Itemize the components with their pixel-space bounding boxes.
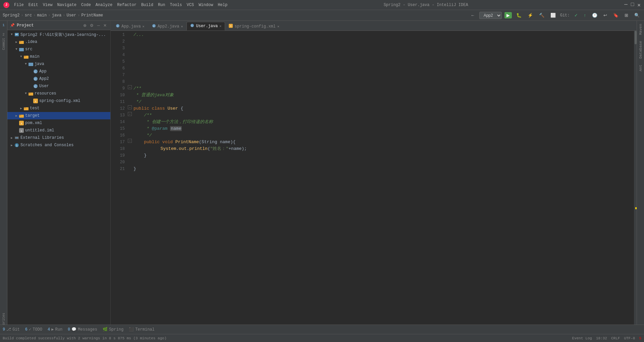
- menu-item-build[interactable]: Build: [141, 3, 153, 7]
- bottom-tool-git[interactable]: 9⎇Git: [3, 327, 20, 332]
- project-icon[interactable]: 1: [1, 22, 6, 28]
- tabs-bar: CApp.java✕CApp2.java✕CUser.java✕Xspring-…: [111, 21, 637, 31]
- tree-icon-target: [19, 113, 24, 118]
- git-push-button[interactable]: ↑: [582, 12, 588, 18]
- tree-item-app[interactable]: CApp: [7, 68, 110, 75]
- event-log[interactable]: Event Log: [572, 336, 592, 340]
- panel-gear-button[interactable]: ⚙: [89, 23, 95, 28]
- menu-item-run[interactable]: Run: [158, 3, 165, 7]
- project-tree[interactable]: ▼Spring2 F:\Git安装\java-learning-...▶.ide…: [7, 30, 110, 325]
- tab-user-java[interactable]: CUser.java✕: [186, 22, 225, 31]
- menu-item-window[interactable]: Window: [199, 3, 213, 7]
- git-history-button[interactable]: 🕐: [590, 12, 599, 18]
- tree-item-src[interactable]: ▼src: [7, 46, 110, 53]
- tree-label-ext-libs: External Libraries: [20, 135, 64, 140]
- tree-item-ext-libs[interactable]: ▶External Libraries: [7, 134, 110, 141]
- bottom-tool-messages[interactable]: 0💬Messages: [68, 327, 97, 332]
- status-line-endings[interactable]: CRLF: [611, 336, 620, 340]
- tree-item-resources[interactable]: ▼resources: [7, 90, 110, 97]
- back-button[interactable]: ←: [469, 12, 477, 18]
- ant-label[interactable]: Ant: [639, 63, 643, 73]
- code-editor[interactable]: 123456789101112131415161718192021 ──── /…: [111, 31, 637, 325]
- fold-icon-9[interactable]: ─: [128, 85, 132, 89]
- close-button[interactable]: ✕: [637, 2, 641, 8]
- git-check-button[interactable]: ✓: [573, 12, 580, 18]
- breadcrumb-item-4[interactable]: User: [66, 13, 76, 18]
- bottom-tool-terminal[interactable]: ⬛Terminal: [129, 327, 155, 332]
- tree-item-java[interactable]: ▼java: [7, 60, 110, 68]
- code-content[interactable]: /.../** * 普通的java对象 */public class User …: [132, 31, 634, 325]
- panel-add-button[interactable]: ⊕: [82, 23, 88, 28]
- tree-arrow-src: ▼: [14, 47, 19, 52]
- tab-app2-java[interactable]: CApp2.java✕: [148, 22, 187, 31]
- status-charset[interactable]: UTF-8: [624, 336, 635, 340]
- breadcrumb-item-3[interactable]: java: [52, 13, 61, 18]
- tab-close-user-java[interactable]: ✕: [219, 24, 221, 28]
- coverage-button[interactable]: ⚡: [526, 12, 535, 18]
- tree-item-main[interactable]: ▼main: [7, 53, 110, 60]
- tree-item-app2[interactable]: CApp2: [7, 75, 110, 82]
- run-button[interactable]: ▶: [504, 12, 512, 18]
- menu-item-file[interactable]: File: [14, 3, 24, 7]
- fold-icon-17[interactable]: ─: [128, 139, 132, 143]
- search-everywhere-button[interactable]: 🔍: [633, 12, 641, 18]
- menu-item-navigate[interactable]: Navigate: [57, 3, 76, 7]
- maximize-button[interactable]: □: [631, 2, 634, 8]
- breadcrumb-item-0[interactable]: Spring2: [3, 13, 19, 18]
- tab-close-app-java[interactable]: ✕: [143, 24, 145, 28]
- bottom-tool-num-git: 9: [3, 327, 5, 332]
- bulb-icon[interactable]: 💡: [132, 146, 132, 152]
- menu-bar[interactable]: FileEditViewNavigateCodeAnalyzeRefactorB…: [14, 3, 227, 7]
- split-button[interactable]: ⊞: [623, 12, 630, 18]
- tree-item-test[interactable]: ▶test: [7, 105, 110, 112]
- git-revert-button[interactable]: ↩: [602, 12, 609, 18]
- menu-item-help[interactable]: Help: [218, 3, 227, 7]
- menu-item-tools[interactable]: Tools: [170, 3, 182, 7]
- breadcrumb-item-1[interactable]: src: [25, 13, 32, 18]
- menu-item-analyze[interactable]: Analyze: [96, 3, 112, 7]
- menu-item-view[interactable]: View: [43, 3, 53, 7]
- fold-icon-12[interactable]: ─: [128, 105, 132, 109]
- tree-item-scratches[interactable]: ▶SScratches and Consoles: [7, 141, 110, 149]
- svg-rect-2: [15, 35, 17, 35]
- tree-item-pom[interactable]: Xpom.xml: [7, 119, 110, 127]
- tree-arrow-app2: [28, 76, 33, 81]
- breadcrumb-item-5[interactable]: PrintName: [81, 13, 103, 18]
- tab-close-spring-config-xml[interactable]: ✕: [277, 24, 279, 28]
- menu-item-vcs[interactable]: VCS: [187, 3, 194, 7]
- structure-icon[interactable]: 2: [1, 32, 6, 37]
- tree-item-spring-config[interactable]: Xspring-config.xml: [7, 97, 110, 105]
- tab-app-java[interactable]: CApp.java✕: [112, 22, 148, 31]
- git-bookmark-button[interactable]: 🔖: [611, 12, 620, 18]
- menu-item-edit[interactable]: Edit: [29, 3, 38, 7]
- tree-icon-pom: X: [19, 120, 24, 126]
- panel-collapse-button[interactable]: ─: [96, 23, 101, 28]
- tree-item-idea[interactable]: ▶.idea: [7, 38, 110, 46]
- run-config-selector[interactable]: App2: [479, 12, 502, 19]
- commit-icon[interactable]: Commit: [1, 41, 6, 47]
- panel-close-button[interactable]: ✕: [102, 23, 108, 28]
- maven-label[interactable]: Maven: [639, 22, 643, 36]
- favorites-icon[interactable]: Favorites: [1, 319, 6, 325]
- breadcrumb-item-2[interactable]: main: [37, 13, 47, 18]
- fold-icon-13[interactable]: ─: [128, 112, 132, 116]
- bottom-tool-spring[interactable]: 🌿Spring: [103, 327, 123, 332]
- menu-item-refactor[interactable]: Refactor: [117, 3, 137, 7]
- tree-item-untitled[interactable]: iuntitled.iml: [7, 127, 110, 134]
- menu-item-code[interactable]: Code: [81, 3, 91, 7]
- build-button[interactable]: 🔨: [537, 12, 546, 18]
- debug-button[interactable]: 🐛: [515, 12, 523, 18]
- tree-item-spring2[interactable]: ▼Spring2 F:\Git安装\java-learning-...: [7, 31, 110, 38]
- bottom-tool-run[interactable]: 4▶Run: [48, 327, 62, 332]
- minimize-button[interactable]: ─: [624, 2, 628, 8]
- stop-button[interactable]: ⬜: [549, 12, 557, 18]
- tree-item-target[interactable]: ▶target: [7, 112, 110, 119]
- tree-item-user[interactable]: CUser: [7, 82, 110, 90]
- tab-close-app2-java[interactable]: ✕: [181, 24, 183, 28]
- scroll-thumb[interactable]: [635, 31, 637, 44]
- bottom-tool-todo[interactable]: 6✓TODO: [25, 327, 42, 332]
- git-label: Git:: [560, 13, 570, 18]
- database-label[interactable]: Database: [639, 40, 643, 60]
- tab-spring-config-xml[interactable]: Xspring-config.xml✕: [225, 22, 283, 31]
- scroll-indicator[interactable]: [634, 31, 637, 325]
